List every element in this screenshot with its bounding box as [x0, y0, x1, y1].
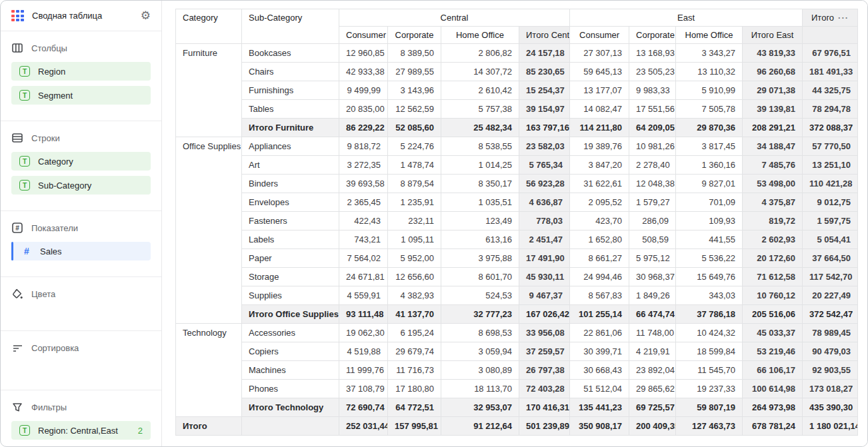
value-cell: 9 827,01	[676, 175, 743, 193]
header-segment[interactable]: Consumer	[339, 27, 388, 44]
value-cell: 3 143,96	[388, 81, 441, 100]
sub-category-cell: Machines	[242, 361, 339, 380]
value-cell: 27 307,13	[570, 44, 629, 63]
subtotal-row: Итого Furniture86 229,2252 085,6025 482,…	[176, 119, 858, 137]
field-category[interactable]: TCategory	[11, 152, 151, 171]
value-cell: 205 516,06	[743, 305, 803, 324]
section-label: Показатели	[31, 223, 78, 233]
header-segment[interactable]: Corporate	[629, 27, 676, 44]
table-row: Phones37 108,7917 180,8018 113,7072 403,…	[176, 380, 858, 398]
field-sub-category[interactable]: TSub-Category	[11, 176, 151, 195]
value-cell: 5 952,00	[388, 249, 441, 268]
field-sales[interactable]: #Sales	[11, 242, 151, 260]
section-rows-header: Строки	[1, 132, 161, 144]
table-row: Chairs42 933,3827 989,5514 307,7285 230,…	[176, 63, 858, 81]
value-cell: 91 212,64	[441, 417, 519, 436]
value-cell: 13 177,07	[570, 81, 629, 100]
value-cell: 422,43	[339, 212, 388, 230]
columns-icon	[11, 42, 23, 54]
value-cell: 72 403,28	[519, 380, 570, 398]
text-field-icon: T	[19, 425, 30, 436]
value-cell: 1 014,25	[441, 156, 519, 175]
value-cell: 167 026,42	[519, 305, 570, 324]
value-cell: 24 994,46	[570, 268, 629, 286]
section-measures-header: # Показатели	[1, 222, 161, 234]
sub-category-cell: Phones	[242, 380, 339, 398]
value-cell: 15 254,37	[519, 81, 570, 100]
value-cell: 286,09	[629, 212, 676, 230]
header-segment[interactable]: Home Office	[441, 27, 519, 44]
value-cell: 1 095,11	[388, 230, 441, 249]
value-cell: 71 612,58	[743, 268, 803, 286]
category-cell: Furniture	[176, 44, 242, 137]
value-cell: 24 671,81	[339, 268, 388, 286]
gear-icon[interactable]: ⚙	[141, 10, 151, 21]
header-subtotal-central[interactable]: Итого Central	[519, 27, 570, 44]
value-cell: 252 031,44	[339, 417, 388, 436]
value-cell: 4 382,93	[388, 286, 441, 305]
value-cell: 117 542,70	[803, 268, 858, 286]
value-cell: 135 441,23	[570, 398, 629, 417]
sub-category-cell: Storage	[242, 268, 339, 286]
value-cell: 13 251,10	[803, 156, 858, 175]
field-segment[interactable]: TSegment	[11, 86, 151, 105]
field-label: Sales	[40, 246, 62, 256]
value-cell: 29 679,74	[388, 342, 441, 361]
subtotal-label-cell: Итого Furniture	[242, 119, 339, 137]
header-sub-category[interactable]: Sub-Category	[242, 9, 339, 44]
value-cell: 264 973,98	[743, 398, 803, 417]
value-cell: 2 610,42	[441, 81, 519, 100]
value-cell: 9 983,33	[629, 81, 676, 100]
pivot-table-icon	[11, 10, 24, 21]
overflow-ellipsis-icon[interactable]: ···	[838, 13, 849, 23]
header-grand-total[interactable]: Итого···	[803, 9, 858, 27]
value-cell: 14 307,72	[441, 63, 519, 81]
value-cell: 435 390,30	[803, 398, 858, 417]
sub-category-cell: Appliances	[242, 137, 339, 156]
field-region[interactable]: TRegion	[11, 62, 151, 81]
sub-category-cell: Art	[242, 156, 339, 175]
header-segment[interactable]: Corporate	[388, 27, 441, 44]
value-cell: 64 772,51	[388, 398, 441, 417]
field-region-central-east[interactable]: TRegion: Central,East2	[11, 421, 151, 440]
grand-total-label: Итого	[811, 13, 834, 23]
filter-funnel-icon	[11, 401, 23, 413]
sub-category-cell: Furnishings	[242, 81, 339, 100]
value-cell: 37 108,79	[339, 380, 388, 398]
section-label: Фильтры	[31, 402, 67, 412]
value-cell: 67 976,51	[803, 44, 858, 63]
value-cell: 232,11	[388, 212, 441, 230]
value-cell: 31 622,61	[570, 175, 629, 193]
value-cell: 423,70	[570, 212, 629, 230]
value-cell: 11 999,76	[339, 361, 388, 380]
value-cell: 56 923,28	[519, 175, 570, 193]
value-cell: 3 847,20	[570, 156, 629, 175]
header-region-east[interactable]: East	[570, 9, 803, 27]
value-cell: 33 956,08	[519, 324, 570, 342]
value-cell: 3 817,45	[676, 137, 743, 156]
value-cell: 350 908,17	[570, 417, 629, 436]
grand-total-label-cell: Итого	[176, 417, 242, 436]
value-cell: 66 106,17	[743, 361, 803, 380]
section-label: Строки	[31, 133, 60, 143]
value-cell: 9 012,75	[803, 193, 858, 212]
value-cell: 19 062,30	[339, 324, 388, 342]
value-cell: 23 582,03	[519, 137, 570, 156]
sub-category-cell: Fasteners	[242, 212, 339, 230]
value-cell: 43 819,33	[743, 44, 803, 63]
section-columns: Столбцы TRegionTSegment	[1, 31, 161, 121]
header-segment[interactable]: Home Office	[676, 27, 743, 44]
value-cell: 17 551,56	[629, 100, 676, 119]
value-cell: 8 567,83	[570, 286, 629, 305]
value-cell: 24 157,18	[519, 44, 570, 63]
value-cell: 508,59	[629, 230, 676, 249]
header-category[interactable]: Category	[176, 9, 242, 44]
header-segment[interactable]: Consumer	[570, 27, 629, 44]
category-cell: Technology	[176, 324, 242, 417]
value-cell: 4 519,88	[339, 342, 388, 361]
header-subtotal-east[interactable]: Итого East	[743, 27, 803, 44]
value-cell: 501 239,89	[519, 417, 570, 436]
header-region-central[interactable]: Central	[339, 9, 570, 27]
value-cell: 8 698,53	[441, 324, 519, 342]
value-cell: 19 389,76	[570, 137, 629, 156]
